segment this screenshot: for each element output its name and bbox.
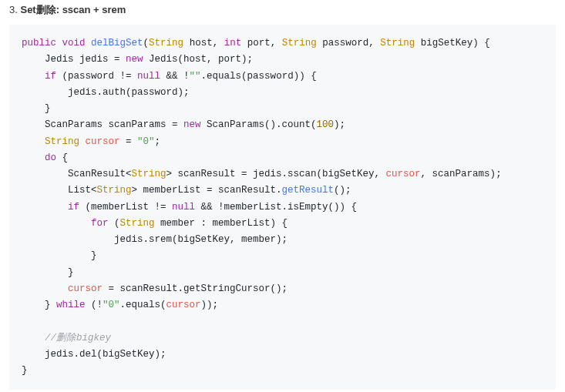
- txt: =: [120, 136, 138, 147]
- code-block: public void delBigSet(String host, int p…: [9, 25, 556, 390]
- kw-if: if: [45, 71, 56, 82]
- param-port: port: [247, 38, 271, 49]
- ty-string: String: [97, 185, 132, 196]
- code-line: do {: [45, 152, 68, 163]
- var-cursor: cursor: [386, 169, 421, 179]
- ty-string: String: [120, 218, 155, 229]
- code-line: jedis.srem(bigSetKey, member);: [114, 234, 288, 245]
- kw-if: if: [68, 202, 79, 213]
- txt: ();: [334, 185, 351, 196]
- txt: , scanParams);: [421, 169, 502, 179]
- kw-new: new: [183, 119, 201, 130]
- txt: List<: [68, 185, 97, 196]
- txt: ScanResult<: [68, 169, 132, 179]
- txt: Jedis(host, port);: [143, 54, 254, 65]
- ty-string: String: [149, 38, 183, 49]
- txt: (password !=: [56, 71, 137, 82]
- code-line: public void delBigSet(String host, int p…: [22, 38, 490, 49]
- txt: ScanParams().count(: [201, 119, 317, 130]
- code-line: String cursor = "0";: [45, 136, 160, 147]
- str-empty: "": [190, 71, 201, 82]
- txt: (memberList !=: [79, 202, 172, 213]
- kw-void: void: [62, 38, 86, 49]
- kw-while: while: [56, 300, 86, 310]
- code-line: jedis.del(bigSetKey);: [45, 349, 166, 360]
- code-line: if (memberList != null && !memberList.is…: [68, 202, 357, 213]
- brace-close: }: [68, 267, 74, 278]
- num-100: 100: [317, 119, 335, 130]
- txt: > scanResult = jedis.sscan(bigSetKey,: [166, 169, 386, 179]
- code-line: ScanResult<String> scanResult = jedis.ss…: [68, 169, 502, 179]
- var-cursor: cursor: [166, 300, 201, 310]
- code-line: ScanParams scanParams = new ScanParams()…: [45, 119, 345, 130]
- txt: && !: [160, 71, 190, 82]
- code-line: } while (!"0".equals(cursor));: [45, 300, 218, 310]
- txt: Jedis jedis =: [45, 54, 126, 65]
- code-line: for (String member : memberList) {: [91, 218, 288, 229]
- kw-new: new: [126, 54, 143, 65]
- param-password: password: [322, 38, 368, 49]
- code-line: if (password != null && !"".equals(passw…: [45, 71, 317, 82]
- txt: member : memberList) {: [155, 218, 288, 229]
- ty-string: String: [45, 136, 79, 147]
- txt: {: [56, 152, 68, 163]
- str-zero: "0": [137, 136, 155, 147]
- txt: ;: [155, 136, 161, 147]
- ty-string: String: [282, 38, 317, 49]
- txt: = scanResult.getStringCursor();: [103, 283, 288, 294]
- txt: ScanParams scanParams =: [45, 119, 183, 130]
- code-line: Jedis jedis = new Jedis(host, port);: [45, 54, 253, 65]
- ty-string: String: [380, 38, 415, 49]
- brace-close: }: [45, 103, 51, 114]
- kw-int: int: [224, 38, 242, 49]
- txt: .equals(: [120, 300, 166, 310]
- code-line: jedis.auth(password);: [68, 87, 190, 98]
- txt: > memberList = scanResult.: [132, 185, 282, 196]
- heading-number: 3.: [9, 4, 18, 15]
- call-getresult: getResult: [282, 185, 335, 196]
- kw-do: do: [45, 152, 56, 163]
- ty-string: String: [132, 169, 166, 179]
- txt: (: [109, 218, 120, 229]
- var-cursor: cursor: [68, 283, 103, 294]
- code-line: List<String> memberList = scanResult.get…: [68, 185, 351, 196]
- comment: //删除bigkey: [45, 333, 111, 343]
- txt: ));: [201, 300, 219, 310]
- brace-close: }: [91, 250, 97, 261]
- code-line: cursor = scanResult.getStringCursor();: [68, 283, 288, 294]
- kw-for: for: [91, 218, 109, 229]
- txt: && !memberList.isEmpty()) {: [195, 202, 357, 213]
- txt: .equals(password)) {: [201, 71, 317, 82]
- param-host: host: [190, 38, 213, 49]
- brace-close: }: [22, 365, 28, 376]
- kw-null: null: [172, 202, 195, 213]
- var-cursor: cursor: [86, 136, 120, 147]
- str-zero: "0": [103, 300, 120, 310]
- txt: (!: [86, 300, 103, 310]
- fn-name: delBigSet: [91, 38, 143, 49]
- txt: );: [334, 119, 345, 130]
- txt: [79, 136, 86, 147]
- param-bigsetkey: bigSetKey: [421, 38, 473, 49]
- kw-public: public: [22, 38, 56, 49]
- section-heading: 3. Set删除: sscan + srem: [9, 3, 556, 17]
- kw-null: null: [137, 71, 160, 82]
- heading-title: Set删除: sscan + srem: [20, 4, 126, 15]
